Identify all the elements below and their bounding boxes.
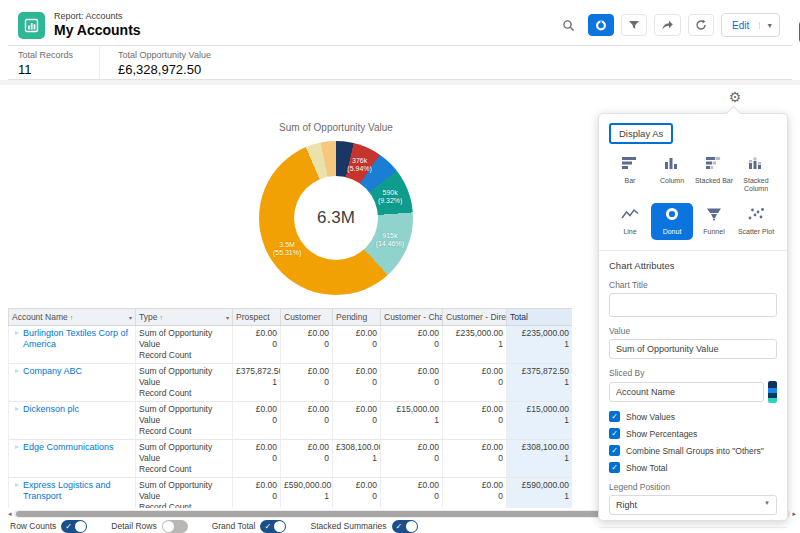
toggle-chart-button[interactable]	[588, 14, 614, 36]
stacked-column-chart-icon	[747, 156, 765, 174]
scroll-right-icon[interactable]: ▸	[792, 509, 796, 518]
metric-label: Total Records	[18, 50, 73, 60]
row-expand-icon[interactable]: ▸	[15, 366, 19, 375]
slice-label: 590k(9.32%)	[378, 189, 403, 205]
value-cell: £15,000.001	[507, 402, 572, 439]
metric-value: 11	[18, 62, 73, 77]
share-button[interactable]	[654, 14, 681, 36]
chart-options-list: ✓Show Values✓Show Percentages✓Combine Sm…	[609, 411, 777, 473]
value-cell: £0.000	[443, 478, 507, 508]
metric-total-records: Total Records 11	[8, 46, 73, 79]
option-show-percentages[interactable]: ✓Show Percentages	[609, 428, 777, 439]
row-expand-icon[interactable]: ▸	[15, 328, 19, 337]
display-as-label: Display As	[609, 123, 673, 144]
chart-type-label: Funnel	[703, 228, 724, 236]
stacked-bar-chart-icon	[705, 156, 723, 174]
column-header[interactable]: Account Name↑▾	[9, 309, 136, 325]
account-link[interactable]: Company ABC	[23, 366, 82, 377]
row-expand-icon[interactable]: ▸	[15, 404, 19, 413]
chevron-down-icon[interactable]: ▾	[129, 314, 132, 321]
account-name-cell: ▸Dickenson plc	[9, 402, 136, 439]
chart-type-line[interactable]: Line	[609, 203, 651, 240]
account-link[interactable]: Dickenson plc	[23, 404, 79, 415]
chevron-down-icon[interactable]: ▾	[226, 314, 229, 321]
chart-type-scatter-plot[interactable]: Scatter Plot	[735, 203, 777, 240]
color-palette-swatch[interactable]	[768, 381, 777, 403]
toggle-grand-total: Grand Total✓	[212, 520, 287, 533]
chart-type-label: Column	[660, 177, 684, 185]
value-cell: £0.000	[381, 364, 443, 401]
record-type-label: Report: Accounts	[54, 11, 123, 21]
account-link[interactable]: Express Logistics and Transport	[23, 480, 132, 502]
value-cell: £0.000	[333, 402, 381, 439]
chart-title-input[interactable]	[609, 293, 777, 317]
metric-label: Total Opportunity Value	[118, 50, 211, 60]
table-row: ▸Company ABCSum of Opportunity ValueReco…	[8, 364, 572, 402]
sliced-by-input[interactable]	[609, 382, 764, 402]
chart-type-bar[interactable]: Bar	[609, 152, 651, 197]
column-header[interactable]: Customer - Channel	[381, 309, 443, 325]
toggle-switch[interactable]	[162, 520, 188, 533]
value-field-label: Value	[609, 326, 777, 336]
check-icon: ✓	[264, 520, 271, 533]
account-name-cell: ▸Express Logistics and Transport	[9, 478, 136, 508]
option-show-total[interactable]: ✓Show Total	[609, 462, 777, 473]
value-cell: £0.000	[281, 364, 333, 401]
sliced-by-field-label: Sliced By	[609, 368, 777, 378]
toggle-knob	[163, 521, 174, 532]
account-link[interactable]: Edge Communications	[23, 442, 114, 453]
chart-type-stacked-bar[interactable]: Stacked Bar	[693, 152, 735, 197]
filter-button[interactable]	[621, 14, 647, 36]
option-show-values[interactable]: ✓Show Values	[609, 411, 777, 422]
chart-type-donut[interactable]: Donut	[651, 203, 693, 240]
option-combine-small-groups-into-others[interactable]: ✓Combine Small Groups into "Others"	[609, 445, 777, 456]
funnel-chart-icon	[705, 207, 723, 225]
column-header[interactable]: Total	[507, 309, 572, 325]
toggle-switch[interactable]: ✓	[392, 520, 418, 533]
edit-dropdown-button[interactable]: ▼	[759, 22, 779, 29]
search-button[interactable]	[556, 14, 581, 36]
legend-position-select[interactable]	[609, 495, 777, 515]
chart-type-column[interactable]: Column	[651, 152, 693, 197]
checkbox-label: Show Percentages	[626, 429, 697, 439]
checkbox-label: Show Total	[626, 463, 667, 473]
donut-chart[interactable]: 6.3M	[259, 141, 413, 295]
chart-type-funnel[interactable]: Funnel	[693, 203, 735, 240]
row-expand-icon[interactable]: ▸	[15, 442, 19, 451]
checkbox-checked-icon[interactable]: ✓	[609, 411, 620, 422]
toggle-label: Row Counts	[10, 521, 56, 531]
checkbox-label: Combine Small Groups into "Others"	[626, 446, 764, 456]
account-name-cell: ▸Burlington Textiles Corp of America	[9, 326, 136, 363]
column-header[interactable]: Type↑▾	[136, 309, 233, 325]
chart-type-grid: BarColumnStacked BarStacked ColumnLineDo…	[609, 152, 777, 240]
value-input[interactable]	[609, 339, 777, 359]
report-header: Report: Accounts My Accounts	[8, 8, 792, 46]
chart-settings-button[interactable]: ⚙	[724, 86, 746, 108]
chart-icon	[595, 19, 607, 32]
value-cell: £235,000.001	[507, 326, 572, 363]
account-link[interactable]: Burlington Textiles Corp of America	[23, 328, 132, 350]
value-cell: £0.000	[381, 440, 443, 477]
refresh-button[interactable]	[688, 14, 714, 36]
metric-total-value: Total Opportunity Value £6,328,972.50	[99, 46, 211, 79]
column-header[interactable]: Customer	[281, 309, 333, 325]
scroll-left-icon[interactable]: ◂	[8, 509, 12, 518]
value-cell: £375,872.501	[507, 364, 572, 401]
measure-label-cell: Sum of Opportunity ValueRecord Count	[136, 402, 233, 439]
chart-type-stacked-column[interactable]: Stacked Column	[735, 152, 777, 197]
column-header[interactable]: Pending	[333, 309, 381, 325]
checkbox-checked-icon[interactable]: ✓	[609, 462, 620, 473]
search-icon	[562, 19, 575, 32]
value-cell: £0.000	[281, 440, 333, 477]
row-expand-icon[interactable]: ▸	[15, 480, 19, 489]
column-header[interactable]: Customer - Direct	[443, 309, 507, 325]
report-table-body: ▸Burlington Textiles Corp of AmericaSum …	[8, 326, 572, 508]
toggle-switch[interactable]: ✓	[260, 520, 286, 533]
checkbox-checked-icon[interactable]: ✓	[609, 445, 620, 456]
column-header[interactable]: Prospect	[233, 309, 281, 325]
toggle-label: Grand Total	[212, 521, 256, 531]
toggle-switch[interactable]: ✓	[61, 520, 87, 533]
chart-attributes-title: Chart Attributes	[609, 260, 777, 271]
checkbox-checked-icon[interactable]: ✓	[609, 428, 620, 439]
edit-button[interactable]: Edit	[722, 20, 759, 31]
